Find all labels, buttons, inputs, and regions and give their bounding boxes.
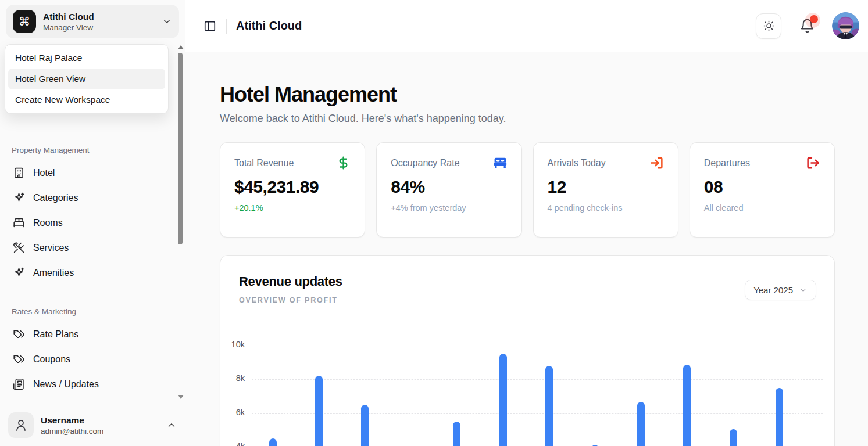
sidebar-scrollbar[interactable] (177, 45, 183, 402)
chart-bar-6 (499, 354, 507, 446)
year-select-value: Year 2025 (753, 285, 793, 295)
topbar-title: Atithi Cloud (236, 19, 302, 33)
chart-gridline-6k (252, 413, 823, 414)
sidebar-item-coupons[interactable]: Coupons (8, 348, 177, 371)
panel-left-icon (203, 20, 216, 33)
stat-card-total-revenue: Total Revenue$45,231.89+20.1% (220, 142, 365, 238)
workspace-menu-item-create-new-workspace[interactable]: Create New Workspace (8, 89, 165, 110)
chart-bar-5 (453, 422, 460, 446)
sidebar-item-label: Amenities (33, 268, 74, 278)
user-menu[interactable]: Username admin@atithi.com (0, 405, 185, 446)
topbar-divider (226, 19, 227, 34)
utensils-crossed-icon (13, 242, 25, 254)
bed-double-icon (13, 217, 25, 229)
chart-bar-2 (315, 376, 323, 446)
sidebar-item-hotel[interactable]: Hotel (8, 161, 177, 184)
sidebar-item-categories[interactable]: Categories (8, 186, 177, 209)
main-area: Atithi Cloud (185, 0, 868, 446)
tags-icon (13, 353, 25, 365)
revenue-panel: 10k8k6k4k Revenue updates OVERVIEW OF PR… (220, 255, 835, 446)
sidebar-item-label: Rate Plans (33, 329, 78, 340)
revenue-title: Revenue updates (220, 256, 834, 289)
chart-gridline-8k (252, 379, 823, 380)
sparkles-icon (13, 192, 25, 204)
workspace-name: Atithi Cloud (43, 12, 94, 22)
page-title: Hotel Management (220, 82, 835, 107)
year-select[interactable]: Year 2025 (745, 280, 816, 300)
building-icon (13, 167, 25, 179)
sidebar-item-label: Categories (33, 193, 78, 203)
user-name: Username (41, 415, 103, 426)
scrollbar-thumb[interactable] (178, 53, 183, 244)
workspace-menu-item-hotel-green-view[interactable]: Hotel Green View (8, 69, 165, 89)
nav-section-label: Rates & Marketing (12, 307, 173, 316)
user-email: admin@atithi.com (41, 427, 103, 436)
notifications-button[interactable] (799, 18, 815, 34)
chevron-up-icon (166, 420, 177, 430)
sidebar-toggle-button[interactable] (199, 16, 220, 37)
profile-avatar[interactable] (832, 12, 859, 39)
sidebar-item-amenities[interactable]: Amenities (8, 261, 177, 284)
nav-section-label: Property Management (12, 146, 173, 154)
workspace-menu-item-hotel-raj-palace[interactable]: Hotel Raj Palace (8, 48, 165, 69)
stat-card-value: 12 (548, 177, 664, 197)
sparkles-icon (13, 267, 25, 279)
sidebar-item-label: Hotel (33, 168, 55, 178)
chart-bar-7 (545, 366, 553, 446)
nav-section-rates-marketing: Rates & MarketingRate PlansCouponsNews /… (8, 307, 177, 395)
chevron-down-icon (162, 16, 172, 27)
stat-cards-row: Total Revenue$45,231.89+20.1%Occupancy R… (220, 142, 835, 238)
sidebar-item-label: Services (33, 243, 69, 253)
log-out-icon (806, 156, 820, 170)
stat-card-value: 84% (391, 177, 507, 197)
chart-bar-11 (730, 429, 737, 446)
chart-ytick-label: 10k (224, 340, 245, 349)
chart-ytick-label: 8k (224, 373, 245, 383)
notification-badge-dot (810, 15, 818, 23)
scrollbar-up-arrow[interactable] (178, 45, 184, 49)
log-in-icon (649, 156, 664, 170)
sidebar-item-news-updates[interactable]: News / Updates (8, 373, 177, 395)
chart-bar-9 (637, 402, 645, 446)
sidebar-item-label: Coupons (33, 354, 70, 365)
nav-section-property-management: Property ManagementHotelCategoriesRoomsS… (8, 146, 177, 284)
avatar-image (832, 12, 859, 39)
page-content: Hotel Management Welcome back to Atithi … (185, 52, 868, 446)
sidebar-item-rate-plans[interactable]: Rate Plans (8, 323, 177, 346)
sidebar-nav: Property ManagementHotelCategoriesRoomsS… (0, 146, 185, 398)
stat-card-label: Total Revenue (234, 158, 294, 168)
tags-icon (13, 328, 25, 340)
sidebar-item-services[interactable]: Services (8, 236, 177, 259)
workspace-dropdown-menu: Hotel Raj PalaceHotel Green ViewCreate N… (5, 44, 169, 114)
stat-card-departures: Departures08All cleared (690, 142, 835, 238)
chevron-down-icon (799, 286, 808, 294)
stat-card-value: 08 (704, 177, 820, 197)
workspace-role: Manager View (43, 23, 94, 32)
chart-bar-12 (776, 388, 783, 446)
stat-card-label: Arrivals Today (548, 158, 606, 168)
dollar-sign-icon (336, 156, 351, 170)
sidebar-item-label: Rooms (33, 218, 63, 228)
stat-card-occupancy-rate: Occupancy Rate84%+4% from yesterday (376, 142, 521, 238)
stat-card-subtext: All cleared (704, 203, 820, 213)
stat-card-label: Occupancy Rate (391, 158, 459, 168)
stat-card-arrivals-today: Arrivals Today124 pending check-ins (533, 142, 678, 238)
stat-card-value: $45,231.89 (234, 177, 351, 197)
newspaper-icon (13, 378, 25, 390)
stat-card-subtext: +4% from yesterday (391, 203, 507, 213)
theme-toggle-button[interactable] (756, 13, 781, 39)
sun-icon (763, 20, 775, 32)
sidebar-item-label: News / Updates (33, 379, 99, 390)
chart-bar-3 (361, 405, 369, 446)
page-subtitle: Welcome back to Atithi Cloud. Here's wha… (220, 113, 835, 125)
chart-ytick-label: 6k (224, 408, 245, 417)
user-icon (8, 412, 34, 438)
workspace-switcher[interactable]: ⌘ Atithi Cloud Manager View (6, 5, 179, 38)
sidebar: ⌘ Atithi Cloud Manager View Hotel Raj Pa… (0, 0, 185, 446)
bed-filled-icon (493, 156, 508, 170)
topbar: Atithi Cloud (185, 0, 868, 52)
sidebar-item-rooms[interactable]: Rooms (8, 211, 177, 234)
stat-card-subtext: +20.1% (234, 203, 351, 213)
scrollbar-down-arrow[interactable] (178, 395, 184, 399)
chart-bar-1 (269, 438, 277, 446)
